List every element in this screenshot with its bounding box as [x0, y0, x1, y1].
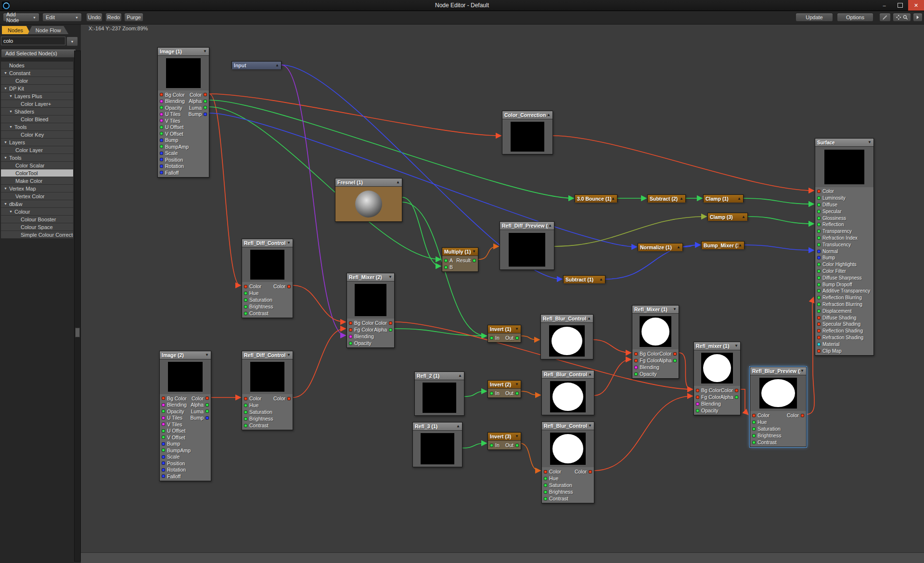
- input-port[interactable]: [162, 474, 165, 478]
- expand-node-icon[interactable]: ▲: [548, 224, 552, 228]
- input-port[interactable]: [696, 409, 699, 412]
- node-invert-2[interactable]: Invert (2)▼InOut: [488, 380, 521, 398]
- input-port[interactable]: [696, 402, 699, 406]
- tree-item-tools[interactable]: ▼Tools: [1, 154, 73, 162]
- node-header[interactable]: Invert (2)▼: [488, 381, 521, 389]
- node-header[interactable]: Image (2)▼: [160, 351, 211, 359]
- input-port[interactable]: [817, 190, 821, 193]
- node-bump-mixer-1[interactable]: Bump_Mixer (1)▲: [701, 241, 744, 249]
- input-port[interactable]: [244, 292, 247, 295]
- tree-item-color-layer[interactable]: Color Layer: [1, 146, 73, 154]
- input-port[interactable]: [817, 329, 821, 333]
- input-port[interactable]: [544, 477, 547, 480]
- input-port[interactable]: [634, 359, 638, 362]
- node-header[interactable]: Invert (1)▼: [488, 325, 521, 333]
- node-header[interactable]: Clamp (1)▲: [704, 195, 743, 203]
- node-image-1[interactable]: Image (1)▼Bg ColorColorBlendingAlphaOpac…: [157, 47, 209, 178]
- output-port[interactable]: [287, 397, 291, 400]
- input-port[interactable]: [490, 336, 493, 340]
- input-port[interactable]: [817, 336, 821, 339]
- node-3-0-bounce-1[interactable]: 3.0 Bounce (1)▲: [575, 194, 617, 202]
- input-port[interactable]: [817, 322, 821, 326]
- collapse-node-icon[interactable]: ▼: [588, 424, 592, 428]
- node-header[interactable]: Refl_Diff_Control (1)▼: [242, 239, 293, 247]
- node-header[interactable]: Refl_2 (1)▲: [415, 372, 464, 380]
- input-port[interactable]: [444, 266, 448, 269]
- expand-node-icon[interactable]: ▲: [677, 245, 680, 249]
- input-port[interactable]: [162, 448, 165, 452]
- input-port[interactable]: [817, 236, 821, 240]
- input-port[interactable]: [349, 335, 352, 338]
- collapse-node-icon[interactable]: ▼: [868, 141, 872, 144]
- node-header[interactable]: Surface▼: [815, 139, 873, 147]
- node-subtract-1[interactable]: Subtract (1)▲: [563, 275, 605, 283]
- input-port[interactable]: [634, 366, 638, 369]
- input-port[interactable]: [444, 259, 448, 262]
- node-header[interactable]: Refl_Blur_Control (1)▲: [541, 315, 593, 323]
- expand-node-icon[interactable]: ▲: [547, 113, 551, 117]
- node-multiply-1[interactable]: Multiply (1)▼AResultB: [442, 247, 478, 272]
- input-port[interactable]: [160, 145, 163, 148]
- maximize-button[interactable]: [892, 0, 908, 11]
- tree-expand-icon[interactable]: ▼: [4, 202, 7, 205]
- input-port[interactable]: [349, 321, 352, 325]
- close-button[interactable]: ✕: [908, 0, 924, 11]
- input-port[interactable]: [817, 223, 821, 226]
- input-port[interactable]: [162, 429, 165, 433]
- node-clamp-1[interactable]: Clamp (1)▲: [703, 194, 744, 202]
- tree-item-simple-colour-correcto[interactable]: Simple Colour Correcto: [1, 231, 73, 239]
- tree-item-layers[interactable]: ▼Layers: [1, 139, 73, 146]
- input-port[interactable]: [817, 230, 821, 233]
- expand-node-icon[interactable]: ▲: [396, 180, 400, 184]
- expand-node-icon[interactable]: ▲: [680, 197, 683, 201]
- output-port[interactable]: [515, 392, 519, 395]
- node-header[interactable]: Subtract (1)▲: [564, 276, 605, 283]
- tree-item-color[interactable]: Color: [1, 77, 73, 85]
- node-header[interactable]: Image (1)▼: [158, 48, 209, 56]
- collapse-node-icon[interactable]: ▼: [287, 241, 291, 245]
- expand-node-icon[interactable]: ▲: [588, 372, 592, 376]
- node-refl-blur-preview-1[interactable]: Refl_Blur_Preview (1)▼ColorColorHueSatur…: [750, 367, 807, 447]
- input-port[interactable]: [162, 409, 165, 413]
- tree-item-vertex-color[interactable]: Vertex Color: [1, 192, 73, 200]
- output-port[interactable]: [204, 93, 207, 96]
- output-port[interactable]: [389, 328, 392, 332]
- input-port[interactable]: [162, 422, 165, 426]
- add-node-dropdown[interactable]: Add Node ▼: [3, 13, 39, 22]
- horizontal-scrollbar[interactable]: [81, 552, 924, 563]
- input-port[interactable]: [160, 100, 163, 103]
- node-refl-diff-control-2[interactable]: Refl_Diff_Control (2)▼ColorColorHueSatur…: [242, 351, 293, 430]
- node-refl-blur-control-3[interactable]: Refl_Blur_Control (3)▼ColorColorHueSatur…: [541, 422, 594, 503]
- input-port[interactable]: [752, 441, 756, 444]
- expand-node-icon[interactable]: ▲: [275, 64, 279, 67]
- input-port[interactable]: [162, 455, 165, 459]
- output-port[interactable]: [801, 414, 804, 417]
- pan-zoom-button[interactable]: [893, 13, 911, 22]
- input-port[interactable]: [817, 243, 821, 246]
- tree-item-color-key[interactable]: Color Key: [1, 131, 73, 139]
- output-port[interactable]: [673, 359, 677, 362]
- input-port[interactable]: [817, 296, 821, 299]
- input-port[interactable]: [244, 312, 247, 315]
- node-refl-mixer-1[interactable]: Refl_mixer (1)▼Bg ColorColorFg ColorAlph…: [693, 342, 741, 415]
- add-selected-nodes-button[interactable]: Add Selected Node(s): [1, 49, 76, 58]
- node-header[interactable]: Refl_Diff_Control (2)▼: [242, 351, 293, 359]
- expand-node-icon[interactable]: ▲: [456, 424, 460, 428]
- collapse-node-icon[interactable]: ▼: [287, 353, 291, 357]
- node-header[interactable]: Invert (3)▼: [488, 433, 521, 441]
- collapse-node-icon[interactable]: ▼: [734, 344, 738, 348]
- tree-expand-icon[interactable]: ▼: [9, 110, 13, 113]
- tree-item-make-color[interactable]: Make Color: [1, 177, 73, 185]
- node-surface[interactable]: Surface▼ColorLuminosityDiffuseSpecularGl…: [815, 138, 874, 356]
- node-header[interactable]: 3.0 Bounce (1)▲: [575, 195, 617, 203]
- node-header[interactable]: Clamp (3)▲: [708, 213, 747, 221]
- input-port[interactable]: [817, 203, 821, 206]
- output-port[interactable]: [515, 336, 519, 340]
- input-port[interactable]: [634, 352, 638, 356]
- output-port[interactable]: [205, 403, 209, 407]
- input-port[interactable]: [817, 303, 821, 306]
- node-refl-blur-control-2[interactable]: Refl_Blur_Control (2)▲: [541, 370, 594, 415]
- expand-node-icon[interactable]: ▲: [587, 317, 591, 320]
- tree-expand-icon[interactable]: ▼: [9, 125, 13, 128]
- tree-item-nodes[interactable]: Nodes: [1, 62, 73, 69]
